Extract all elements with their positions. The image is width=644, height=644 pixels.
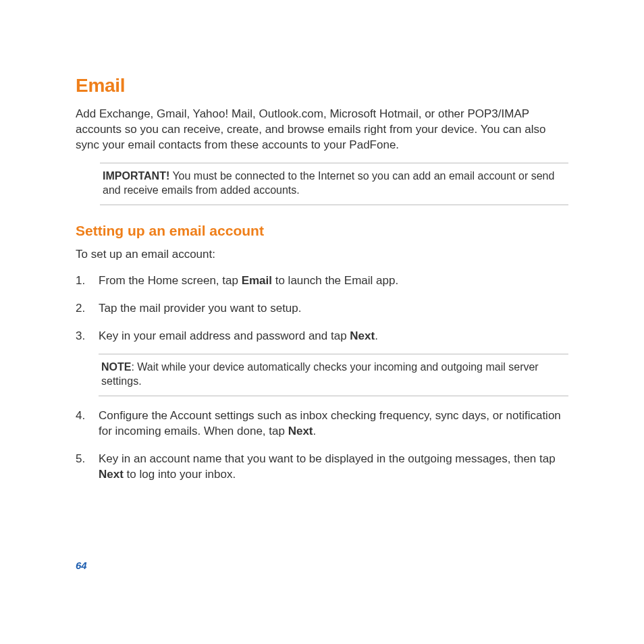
step-body: From the Home screen, tap Email to launc… — [99, 273, 568, 289]
note-callout: NOTE: Wait while your device automatical… — [99, 354, 568, 396]
note-label: NOTE — [101, 361, 131, 373]
step-text-bold: Next — [288, 425, 313, 437]
step-text-post: to log into your inbox. — [124, 468, 236, 481]
step-text-bold: Email — [242, 274, 272, 287]
section-lead: To set up an email account: — [76, 247, 568, 263]
step-item: 4. Configure the Account settings such a… — [76, 408, 568, 439]
step-text-pre: From the Home screen, tap — [99, 274, 242, 287]
important-text: You must be connected to the Internet so… — [103, 170, 554, 196]
step-text-post: to launch the Email app. — [272, 274, 398, 287]
step-body: Tap the mail provider you want to setup. — [99, 301, 568, 317]
note-text: : Wait while your device automatically c… — [101, 361, 539, 387]
step-number: 5. — [76, 452, 99, 483]
step-text-bold: Next — [350, 329, 375, 342]
step-item: 1. From the Home screen, tap Email to la… — [76, 273, 568, 289]
step-text-post: . — [375, 329, 378, 342]
step-number: 2. — [76, 301, 99, 317]
step-text-pre: Configure the Account settings such as i… — [99, 409, 561, 437]
step-item: 5. Key in an account name that you want … — [76, 452, 568, 483]
step-body: Configure the Account settings such as i… — [99, 408, 568, 439]
step-text-pre: Tap the mail provider you want to setup. — [99, 302, 302, 315]
page-number: 64 — [76, 559, 87, 572]
step-body: Key in your email address and password a… — [99, 329, 568, 396]
step-number: 1. — [76, 273, 99, 289]
step-body: Key in an account name that you want to … — [99, 452, 568, 483]
step-item: 2. Tap the mail provider you want to set… — [76, 301, 568, 317]
important-callout: IMPORTANT! You must be connected to the … — [100, 163, 568, 205]
intro-paragraph: Add Exchange, Gmail, Yahoo! Mail, Outloo… — [76, 107, 568, 153]
manual-page: Email Add Exchange, Gmail, Yahoo! Mail, … — [0, 0, 644, 644]
section-heading: Setting up an email account — [76, 221, 568, 240]
step-text-post: . — [313, 425, 317, 437]
step-text-pre: Key in your email address and password a… — [99, 329, 350, 342]
page-title: Email — [76, 73, 568, 99]
step-number: 4. — [76, 408, 99, 439]
important-label: IMPORTANT! — [103, 170, 169, 182]
step-text-pre: Key in an account name that you want to … — [99, 452, 556, 465]
step-text-bold: Next — [99, 468, 124, 481]
step-item: 3. Key in your email address and passwor… — [76, 329, 568, 396]
steps-list: 1. From the Home screen, tap Email to la… — [76, 273, 568, 483]
step-number: 3. — [76, 329, 99, 396]
